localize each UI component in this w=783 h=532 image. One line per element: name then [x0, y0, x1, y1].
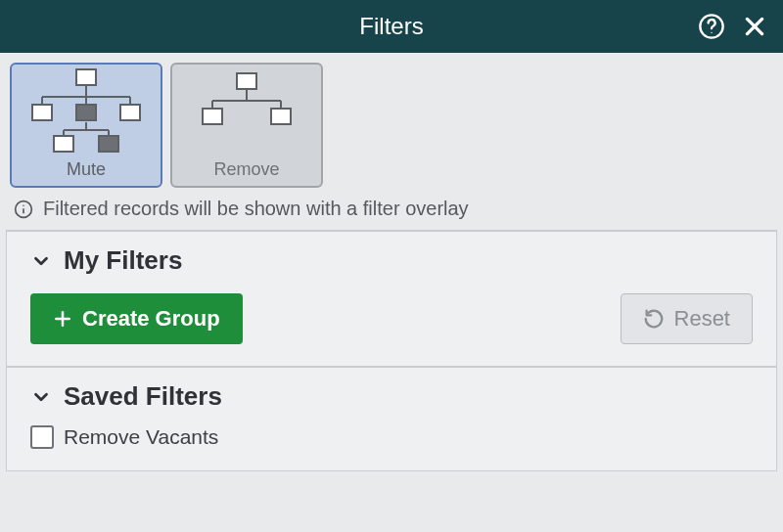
- svg-point-28: [23, 204, 24, 206]
- section-my-filters-header[interactable]: My Filters: [30, 245, 753, 276]
- saved-filter-item[interactable]: Remove Vacants: [30, 425, 753, 449]
- chevron-down-icon: [30, 386, 52, 408]
- create-group-button[interactable]: Create Group: [30, 293, 243, 344]
- mode-tile-remove-label: Remove: [213, 159, 279, 186]
- help-icon: [698, 13, 725, 40]
- create-group-label: Create Group: [82, 306, 220, 332]
- mode-tile-remove[interactable]: Remove: [170, 63, 323, 188]
- mute-tree-icon: [12, 65, 161, 159]
- header-actions: [697, 0, 769, 53]
- chevron-down-icon: [30, 250, 52, 272]
- reset-button[interactable]: Reset: [621, 293, 753, 344]
- svg-rect-25: [271, 109, 291, 124]
- info-text: Filtered records will be shown with a fi…: [43, 198, 469, 220]
- svg-rect-24: [203, 109, 222, 124]
- svg-point-1: [711, 32, 712, 33]
- svg-rect-15: [76, 105, 96, 120]
- filter-mode-row: Mute Remove: [0, 53, 783, 194]
- dialog-title: Filters: [359, 13, 423, 40]
- close-icon: [742, 14, 767, 39]
- checkbox-icon: [30, 425, 54, 449]
- section-saved-filters-header[interactable]: Saved Filters: [30, 381, 753, 412]
- saved-filter-item-label: Remove Vacants: [64, 425, 218, 449]
- section-saved-filters: Saved Filters Remove Vacants: [6, 367, 777, 471]
- undo-icon: [643, 308, 665, 330]
- svg-rect-17: [54, 136, 73, 152]
- section-my-filters: My Filters Create Group Reset: [6, 231, 777, 367]
- dialog-header: Filters: [0, 0, 783, 53]
- mode-tile-mute-label: Mute: [67, 159, 106, 186]
- plus-icon: [53, 309, 72, 329]
- sections: My Filters Create Group Reset: [6, 230, 777, 471]
- svg-rect-23: [237, 73, 256, 89]
- svg-rect-18: [99, 136, 118, 152]
- info-icon: [14, 200, 33, 219]
- svg-rect-13: [76, 69, 96, 85]
- section-saved-filters-title: Saved Filters: [64, 381, 222, 412]
- close-button[interactable]: [740, 12, 769, 41]
- info-line: Filtered records will be shown with a fi…: [0, 194, 783, 230]
- section-my-filters-title: My Filters: [64, 245, 182, 276]
- svg-rect-16: [120, 105, 140, 120]
- remove-tree-icon: [172, 65, 321, 159]
- section-my-filters-body: Create Group Reset: [30, 293, 753, 344]
- svg-rect-14: [32, 105, 52, 120]
- reset-label: Reset: [674, 306, 730, 332]
- mode-tile-mute[interactable]: Mute: [10, 63, 162, 188]
- help-button[interactable]: [697, 12, 726, 41]
